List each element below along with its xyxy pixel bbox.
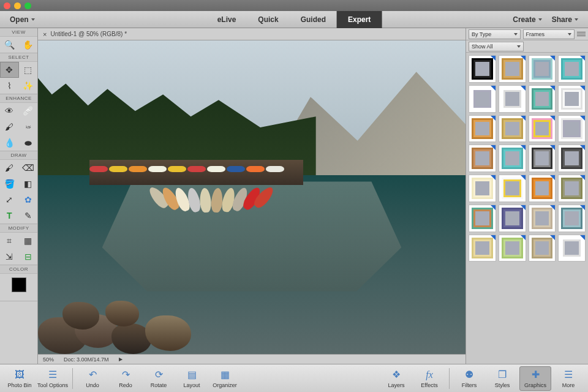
frame-thumbnail[interactable] [499,175,526,202]
crop-icon: ⌗ [7,236,12,246]
shape-icon: ✿ [24,195,32,205]
canvas-statusbar: 50% Doc: 3.00M/14.7M ▶ [38,354,466,364]
frame-thumbnail[interactable] [469,175,496,202]
frame-thumbnail[interactable] [558,235,586,262]
spot-heal-tool[interactable]: 🩹 [19,103,38,119]
shape-tool[interactable]: ✿ [19,192,38,208]
category-dropdown[interactable]: Frames [523,29,575,39]
frame-thumbnail[interactable] [558,85,586,113]
frame-thumbnail[interactable] [499,235,526,262]
mode-tab-elive[interactable]: eLive [206,11,247,28]
frame-thumbnail[interactable] [558,205,586,232]
styles-button[interactable]: ❐Styles [486,366,518,391]
level-icon: ⊟ [24,252,32,262]
rotate-button[interactable]: ⟳Rotate [143,366,175,391]
frame-thumbnail[interactable] [558,115,586,143]
frame-thumbnail[interactable] [558,55,586,83]
tool-options-button[interactable]: ☰Tool Options [37,366,69,391]
undo-button[interactable]: ↶Undo [77,366,108,391]
eyedropper-tool[interactable]: ⤢ [0,192,19,208]
document-tab[interactable]: × Untitled-1 @ 50% (RGB/8) * [38,28,466,40]
more-icon: ☰ [564,369,573,381]
smart-brush-tool[interactable]: 🖌 [0,119,19,135]
frame-thumbnail[interactable] [529,235,556,262]
frame-thumbnail[interactable] [469,55,496,83]
content-aware-tool[interactable]: ⇲ [0,249,19,265]
magic-wand-tool[interactable]: ✨ [19,78,38,94]
layout-button[interactable]: ▤Layout [176,366,208,391]
mode-tab-quick[interactable]: Quick [247,11,289,28]
frame-thumbnail[interactable] [469,235,496,262]
gradient-tool[interactable]: ◧ [19,176,38,192]
redo-icon: ↷ [122,369,130,381]
share-menu[interactable]: Share [548,15,582,24]
frame-thumbnail[interactable] [529,145,556,172]
close-window-icon[interactable] [4,2,10,9]
move-tool[interactable]: ✥ [0,62,19,78]
organizer-button[interactable]: ▦Organizer [209,366,241,391]
recompose-tool[interactable]: ▦ [19,233,38,249]
blur-tool[interactable]: 💧 [0,135,19,151]
undo-icon: ↶ [89,369,97,381]
frame-thumbnail[interactable] [499,85,526,113]
brush-tool[interactable]: 🖌 [0,160,19,176]
clone-stamp-tool[interactable]: ⎃ [19,119,38,135]
frame-thumbnail[interactable] [499,145,526,172]
foreground-background-swatch[interactable] [12,277,26,292]
frame-thumbnail[interactable] [558,175,586,202]
frame-thumbnail[interactable] [469,85,496,113]
frame-thumbnail[interactable] [529,85,556,113]
maximize-window-icon[interactable] [24,2,31,9]
paint-bucket-tool[interactable]: 🪣 [0,176,19,192]
frame-thumbnail[interactable] [529,115,556,143]
marquee-tool[interactable]: ⬚ [19,62,38,78]
chevron-down-icon [31,18,35,21]
hand-tool[interactable]: ✋ [19,37,38,53]
mode-tab-expert[interactable]: Expert [337,11,382,28]
open-menu[interactable]: Open [6,15,39,24]
canvas[interactable] [38,40,466,354]
straighten-tool[interactable]: ⊟ [19,249,38,265]
tool-palette: VIEW 🔍 ✋ SELECT ✥ ⬚ ⌇ ✨ ENHANCE 👁 🩹 🖌 ⎃ … [0,28,38,364]
layers-button[interactable]: ❖Layers [380,366,412,391]
move-content-icon: ⇲ [6,252,13,262]
graphics-panel: By Type Frames Show All [466,28,588,364]
more-button[interactable]: ☰More [552,366,584,391]
text-icon: T [7,211,12,221]
filters-button[interactable]: ⚉Filters [453,366,485,391]
chevron-down-icon [517,45,521,48]
filter-dropdown[interactable]: Show All [469,42,524,51]
redeye-tool[interactable]: 👁 [0,103,19,119]
tool-options-icon: ☰ [48,369,57,381]
effects-button[interactable]: fxEffects [413,366,445,391]
sort-dropdown[interactable]: By Type [469,29,521,39]
frame-thumbnail[interactable] [529,175,556,202]
zoom-level[interactable]: 50% [43,356,54,363]
frame-thumbnail[interactable] [558,145,586,172]
photo-bin-button[interactable]: 🖼Photo Bin [4,366,36,391]
text-tool[interactable]: T [0,208,19,224]
tool-section-enhance: ENHANCE [0,94,37,103]
minimize-window-icon[interactable] [14,2,21,9]
frame-thumbnail[interactable] [469,145,496,172]
crop-tool[interactable]: ⌗ [0,233,19,249]
create-menu[interactable]: Create [509,15,545,24]
lasso-tool[interactable]: ⌇ [0,78,19,94]
pencil-tool[interactable]: ✎ [19,208,38,224]
zoom-tool[interactable]: 🔍 [0,37,19,53]
frame-thumbnail[interactable] [469,205,496,232]
sponge-tool[interactable]: ⬬ [19,135,38,151]
close-tab-icon[interactable]: × [43,31,47,38]
mode-tab-guided[interactable]: Guided [290,11,337,28]
frame-thumbnail[interactable] [529,205,556,232]
frame-thumbnail[interactable] [499,115,526,143]
brush-icon: 🖌 [5,122,13,132]
redo-button[interactable]: ↷Redo [110,366,141,391]
graphics-button[interactable]: ✚Graphics [519,366,551,391]
frame-thumbnail[interactable] [499,55,526,83]
panel-menu-icon[interactable] [577,30,586,39]
frame-thumbnail[interactable] [529,55,556,83]
frame-thumbnail[interactable] [499,205,526,232]
eraser-tool[interactable]: ⌫ [19,160,38,176]
frame-thumbnail[interactable] [469,115,496,143]
